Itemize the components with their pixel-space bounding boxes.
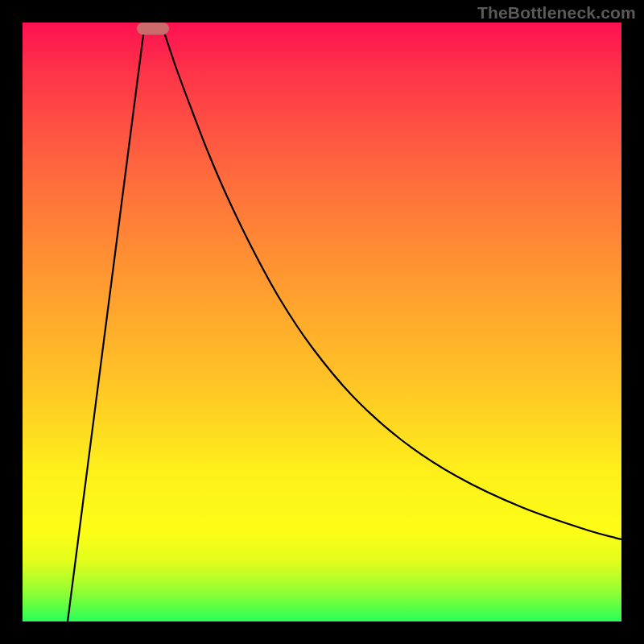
left-line-path [68,23,145,621]
right-curve-path [161,23,621,539]
chart-frame: TheBottleneck.com [0,0,644,644]
bottleneck-marker [137,23,169,35]
curve-layer [23,23,621,621]
watermark-label: TheBottleneck.com [477,3,636,23]
plot-area [23,23,621,621]
